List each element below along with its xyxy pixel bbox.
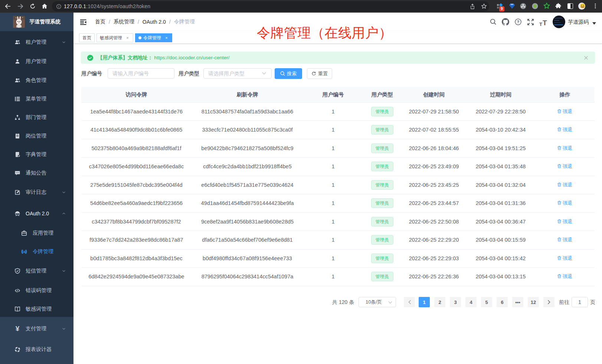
svg-text:?: ? [517,20,519,24]
svg-text:(a): (a) [22,250,26,254]
